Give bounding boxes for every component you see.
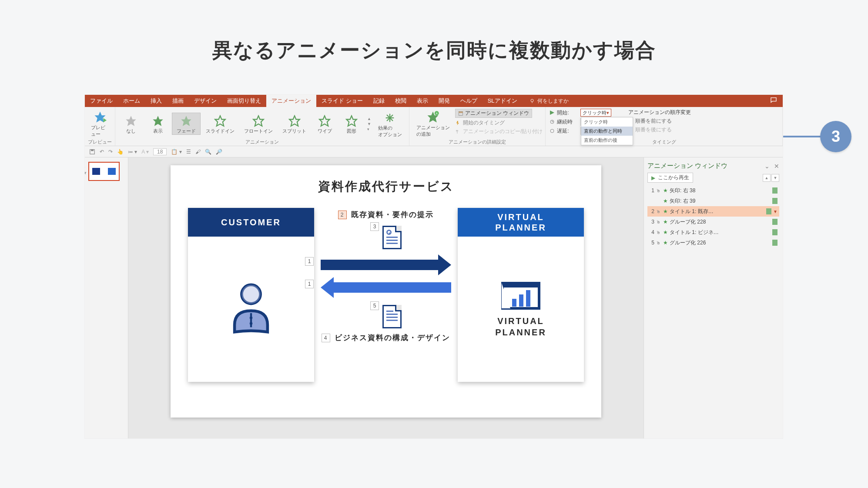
move-later[interactable]: 順番を後にする (628, 126, 691, 134)
center-column: 2 既存資料・要件の提示 3 1 (318, 208, 453, 395)
anim-name: タイトル 1: ビジネ… (670, 229, 771, 236)
gallery-more[interactable]: ▲▼▾ (365, 117, 373, 131)
star-icon (252, 115, 265, 127)
animation-painter-label: アニメーションのコピー/貼り付け (463, 128, 543, 135)
tab-view[interactable]: 表示 (412, 95, 433, 107)
animation-pane-toggle[interactable]: アニメーション ウィンドウ (455, 109, 532, 118)
tell-me-search[interactable]: 何をしますか (530, 97, 569, 105)
tab-home[interactable]: ホーム (118, 95, 145, 107)
tab-insert[interactable]: 挿入 (145, 95, 167, 107)
font-size-input[interactable]: 18 (153, 148, 167, 155)
anim-order: 5 (649, 240, 654, 246)
start-dropdown[interactable]: クリック時 ▾ クリック時 直前の動作と同時 直前の動作の後 (580, 109, 611, 117)
animation-item[interactable]: 1🖱★矢印: 右 38 (647, 185, 779, 196)
svg-point-28 (550, 129, 554, 133)
caret-icon[interactable]: ▼ (773, 209, 778, 214)
animation-item[interactable]: 3🖱★グループ化 228 (647, 217, 779, 227)
undo-icon[interactable]: ↶ (100, 149, 104, 155)
star-icon: ★ (663, 187, 668, 194)
move-up-button[interactable]: ▲ (763, 174, 771, 182)
anim-floatin[interactable]: フロートイン (240, 113, 277, 134)
anim-floatin-label: フロートイン (244, 128, 273, 134)
slide-thumbnail-1[interactable]: 1 ★ (88, 162, 120, 181)
animation-item[interactable]: 2🖱★タイトル 1: 既存…▼ (647, 206, 779, 217)
animation-item[interactable]: 5🖱★グループ化 226 (647, 237, 779, 248)
tab-help[interactable]: ヘルプ (455, 95, 483, 107)
anim-split-label: スプリット (282, 128, 306, 134)
slide-thumbnail-strip: 1 ★ (85, 157, 128, 438)
tab-draw[interactable]: 描画 (167, 95, 189, 107)
anim-wipe[interactable]: ワイプ (312, 113, 338, 134)
tab-slideshow[interactable]: スライド ショー (316, 95, 368, 107)
vp-header: VIRTUAL PLANNER (458, 208, 584, 237)
star-icon (318, 115, 331, 127)
ribbon-group-preview: プレビュー プレビュー (85, 107, 115, 146)
tab-transitions[interactable]: 画面切り替え (222, 95, 266, 107)
tab-addin[interactable]: SLアドイン (483, 95, 523, 107)
anim-tag-2: 2 (338, 211, 347, 219)
svg-rect-37 (503, 283, 539, 287)
tab-record[interactable]: 記録 (368, 95, 390, 107)
mouse-icon: 🖱 (656, 241, 661, 245)
painter-icon (455, 129, 460, 134)
anim-slidein[interactable]: スライドイン (201, 113, 239, 134)
move-earlier-label: 順番を前にする (635, 117, 672, 125)
duration-bar (772, 219, 778, 225)
comments-icon[interactable] (770, 97, 778, 104)
svg-marker-21 (456, 121, 459, 125)
duration-bar (772, 229, 778, 235)
collapse-icon[interactable]: ⌄ (764, 163, 770, 170)
star-icon (345, 115, 358, 127)
anim-none[interactable]: なし (118, 113, 144, 134)
svg-rect-38 (512, 299, 516, 307)
svg-rect-23 (457, 131, 458, 134)
animation-item[interactable]: 4🖱★タイトル 1: ビジネ… (647, 227, 779, 237)
reorder-controls: アニメーションの順序変更 順番を前にする 順番を後にする (628, 109, 691, 135)
redo-icon[interactable]: ↷ (108, 149, 113, 155)
anim-appear[interactable]: 表示 (145, 113, 171, 134)
anim-fade[interactable]: フェード (172, 113, 201, 135)
effect-options[interactable]: 効果の オプション (374, 110, 406, 138)
mouse-icon: 🖱 (656, 188, 661, 193)
powerpoint-window: ファイル ホーム 挿入 描画 デザイン 画面切り替え アニメーション スライド … (85, 95, 783, 438)
save-icon[interactable] (89, 149, 95, 155)
animation-item[interactable]: ★矢印: 右 39 (647, 196, 779, 206)
star-icon (152, 115, 164, 127)
anim-split[interactable]: スプリット (278, 113, 311, 134)
close-icon[interactable]: ✕ (774, 163, 779, 170)
anim-name: 矢印: 右 38 (670, 187, 771, 194)
arrow-right (321, 257, 451, 273)
move-earlier[interactable]: 順番を前にする (628, 117, 691, 125)
customer-card: CUSTOMER (188, 208, 314, 382)
anim-shape-label: 図形 (347, 128, 356, 134)
tab-review[interactable]: 校閲 (390, 95, 412, 107)
svg-marker-3 (103, 118, 107, 122)
move-down-button[interactable]: ▼ (771, 174, 779, 182)
animation-group-label: アニメーション (245, 139, 279, 145)
tab-developer[interactable]: 開発 (433, 95, 455, 107)
ribbon-body: プレビュー プレビュー なし 表示 フェード (85, 107, 783, 146)
add-animation-button[interactable]: + アニメーション の追加 (412, 109, 454, 137)
tab-animations[interactable]: アニメーション (266, 95, 316, 107)
star-icon: ★ (663, 208, 668, 214)
tab-file[interactable]: ファイル (85, 95, 118, 107)
slide-canvas[interactable]: 資料作成代行サービス CUSTOMER (128, 157, 643, 438)
play-from-button[interactable]: ▶ ここから再生 (647, 173, 693, 183)
start-option-with-previous[interactable]: 直前の動作と同時 (581, 127, 633, 136)
touch-mode-icon[interactable]: 👆 (117, 149, 124, 155)
preview-button[interactable]: プレビュー (87, 110, 112, 137)
customer-header: CUSTOMER (188, 208, 314, 237)
anim-tag-4: 4 (322, 334, 330, 342)
start-option-after-previous[interactable]: 直前の動作の後 (581, 136, 633, 145)
svg-text:+: + (436, 111, 438, 116)
zoom-out-icon[interactable]: 🔍 (205, 149, 211, 155)
preview-star-icon (94, 110, 107, 124)
anim-shape[interactable]: 図形 (338, 113, 365, 134)
delay-icon (550, 129, 554, 133)
anim-tag-1a: 1 (305, 257, 314, 266)
zoom-in-icon[interactable]: 🔎 (216, 149, 222, 155)
trigger-button[interactable]: 開始のタイミング (455, 119, 543, 127)
tab-design[interactable]: デザイン (189, 95, 222, 107)
thumb-number: 1 (85, 163, 85, 169)
start-option-click[interactable]: クリック時 (581, 117, 633, 127)
